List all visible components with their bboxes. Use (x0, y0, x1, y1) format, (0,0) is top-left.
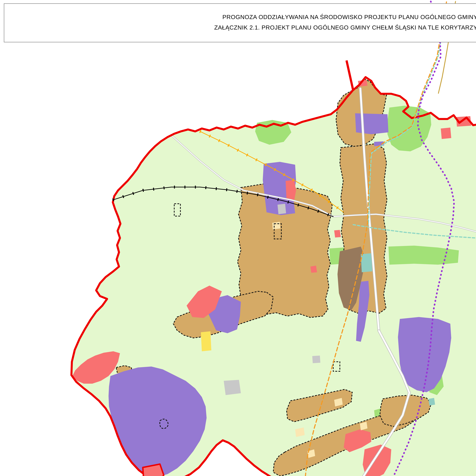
title-line-2: ZAŁĄCZNIK 2.1. PROJEKT PLANU OGÓLNEGO GM… (214, 23, 476, 33)
title-box: PROGNOZA ODDZIAŁYWANIA NA ŚRODOWISKO PRO… (4, 3, 476, 42)
map-canvas: N (0, 0, 476, 476)
title-line-1: PROGNOZA ODDZIAŁYWANIA NA ŚRODOWISKO PRO… (222, 13, 476, 23)
page: N PROGNOZA ODDZIAŁYWANIA NA ŚRODOWISKO P… (0, 0, 476, 476)
